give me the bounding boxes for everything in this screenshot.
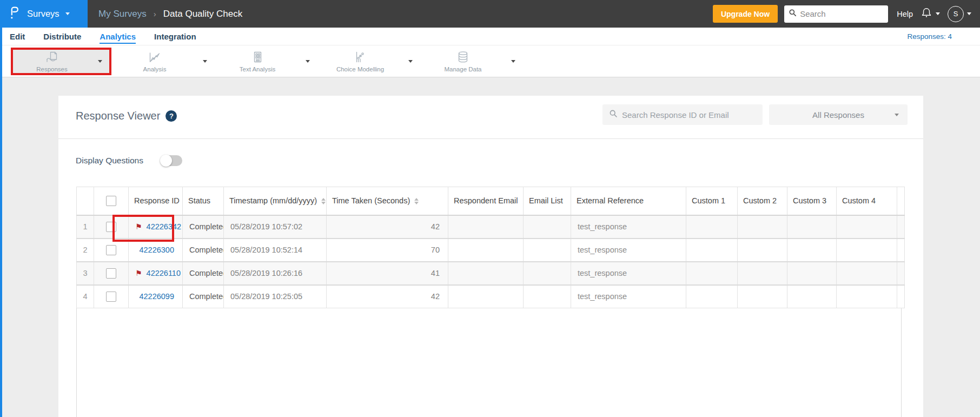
global-search[interactable] xyxy=(784,5,888,23)
column-header-external_reference[interactable]: External Reference xyxy=(571,187,686,215)
cell-time_taken: 42 xyxy=(327,285,448,308)
chevron-down-icon[interactable] xyxy=(299,60,317,63)
cell-custom3 xyxy=(787,239,837,262)
tab-distribute[interactable]: Distribute xyxy=(43,32,81,41)
table-header-row: Response IDStatusTimestamp (mm/dd/yyyy)T… xyxy=(77,187,905,215)
column-header-custom2[interactable]: Custom 2 xyxy=(738,187,787,215)
response-id-link[interactable]: 42226099 xyxy=(139,292,174,301)
panel-header: Response Viewer ? All Responses xyxy=(58,96,923,139)
select-all-checkbox[interactable] xyxy=(106,196,116,206)
responses-count: Responses: 4 xyxy=(907,32,952,41)
row-checkbox[interactable] xyxy=(106,245,116,255)
cell-response_id: ⚑42226342 xyxy=(129,215,183,239)
column-header-status[interactable]: Status xyxy=(183,187,224,215)
cell-num: 1 xyxy=(77,215,94,239)
column-header-respondent_email[interactable]: Respondent Email xyxy=(448,187,524,215)
cell-response_id: 42226300 xyxy=(129,239,183,262)
response-search-input[interactable] xyxy=(622,110,756,120)
response-id-link[interactable]: 42226342 xyxy=(147,222,182,231)
column-label: Time Taken (Seconds) xyxy=(332,196,410,205)
product-switcher[interactable]: Surveys xyxy=(0,0,88,28)
analysis-toolbar-button[interactable]: Analysis xyxy=(114,48,214,75)
column-label: External Reference xyxy=(577,196,644,205)
manage-data-icon xyxy=(456,50,470,64)
chevron-down-icon xyxy=(895,114,899,116)
chevron-down-icon[interactable] xyxy=(504,60,522,63)
app-window: Surveys My Surveys › Data Quality Check … xyxy=(0,0,980,417)
cell-custom2 xyxy=(738,239,787,262)
cell-custom4 xyxy=(837,285,897,308)
chevron-down-icon[interactable] xyxy=(196,60,214,63)
column-label: Timestamp (mm/dd/yyyy) xyxy=(229,196,317,205)
cell-custom4 xyxy=(837,239,897,262)
top-bar: Surveys My Surveys › Data Quality Check … xyxy=(0,0,980,28)
analysis-icon xyxy=(148,50,162,64)
row-checkbox[interactable] xyxy=(106,222,116,232)
cell-custom3 xyxy=(787,215,837,239)
table-row: 442226099Completed05/28/2019 10:25:0542t… xyxy=(77,285,905,308)
sort-icon xyxy=(414,198,419,204)
choice-modelling-toolbar-button[interactable]: Choice Modelling xyxy=(319,48,420,75)
tab-analytics[interactable]: Analytics xyxy=(100,32,136,41)
column-header-timestamp[interactable]: Timestamp (mm/dd/yyyy) xyxy=(224,187,327,215)
avatar[interactable]: S xyxy=(948,6,964,22)
search-icon xyxy=(609,109,618,120)
cell-checkbox xyxy=(94,285,129,308)
column-header-custom1[interactable]: Custom 1 xyxy=(686,187,738,215)
responses-table-wrap: Response IDStatusTimestamp (mm/dd/yyyy)T… xyxy=(76,187,902,417)
help-icon[interactable]: ? xyxy=(165,110,177,122)
column-header-time_taken[interactable]: Time Taken (Seconds) xyxy=(327,187,448,215)
cell-status: Completed xyxy=(183,239,224,262)
choice-modelling-icon xyxy=(353,50,367,64)
tab-integration[interactable]: Integration xyxy=(154,32,196,41)
global-search-input[interactable] xyxy=(800,9,881,18)
cell-respondent_email xyxy=(448,262,524,285)
search-icon xyxy=(789,9,797,19)
column-label: Custom 4 xyxy=(842,196,876,205)
responses-toolbar-button[interactable]: Responses xyxy=(11,48,111,75)
cell-response_id: ⚑42226110 xyxy=(129,262,183,285)
cell-response_id: 42226099 xyxy=(129,285,183,308)
chevron-down-icon[interactable] xyxy=(967,12,971,15)
notifications-menu[interactable] xyxy=(921,7,940,21)
cell-timestamp: 05/28/2019 10:52:14 xyxy=(224,239,327,262)
cell-custom3 xyxy=(787,285,837,308)
column-label: Custom 1 xyxy=(692,196,725,205)
chevron-down-icon[interactable] xyxy=(91,60,109,63)
flag-icon: ⚑ xyxy=(135,222,142,231)
cell-spacer xyxy=(897,239,905,262)
column-header-custom4[interactable]: Custom 4 xyxy=(837,187,897,215)
column-header-email_list[interactable]: Email List xyxy=(524,187,571,215)
cell-time_taken: 41 xyxy=(327,262,448,285)
column-label: Custom 3 xyxy=(793,196,826,205)
cell-timestamp: 05/28/2019 10:26:16 xyxy=(224,262,327,285)
cell-checkbox xyxy=(94,239,129,262)
cell-custom4 xyxy=(837,215,897,239)
cell-external_reference: test_response xyxy=(571,285,686,308)
manage-data-toolbar-button[interactable]: Manage Data xyxy=(422,48,522,75)
upgrade-now-button[interactable]: Upgrade Now xyxy=(713,5,778,23)
cell-respondent_email xyxy=(448,239,524,262)
response-id-link[interactable]: 42226300 xyxy=(139,246,174,254)
response-filter-dropdown[interactable]: All Responses xyxy=(769,104,908,125)
tool-label: Text Analysis xyxy=(240,66,275,72)
table-row: 1⚑42226342Completed05/28/2019 10:57:0242… xyxy=(77,215,905,239)
row-checkbox[interactable] xyxy=(106,292,116,302)
cell-respondent_email xyxy=(448,285,524,308)
cell-custom1 xyxy=(686,285,738,308)
chevron-down-icon[interactable] xyxy=(401,60,420,63)
breadcrumb-parent[interactable]: My Surveys xyxy=(98,9,147,19)
column-header-custom3[interactable]: Custom 3 xyxy=(787,187,837,215)
cell-custom2 xyxy=(738,262,787,285)
tool-label: Choice Modelling xyxy=(336,66,384,72)
help-link[interactable]: Help xyxy=(897,10,913,18)
column-header-response_id[interactable]: Response ID xyxy=(129,187,183,215)
response-search[interactable] xyxy=(602,104,763,125)
text-analysis-toolbar-button[interactable]: Text Analysis xyxy=(216,48,317,75)
tab-edit[interactable]: Edit xyxy=(10,32,25,41)
display-questions-toggle[interactable] xyxy=(161,155,182,166)
row-checkbox[interactable] xyxy=(106,268,116,279)
response-id-link[interactable]: 42226110 xyxy=(147,269,181,277)
analytics-toolbar: Responses Analysis xyxy=(0,45,980,77)
questionpro-logo-icon xyxy=(10,5,19,22)
